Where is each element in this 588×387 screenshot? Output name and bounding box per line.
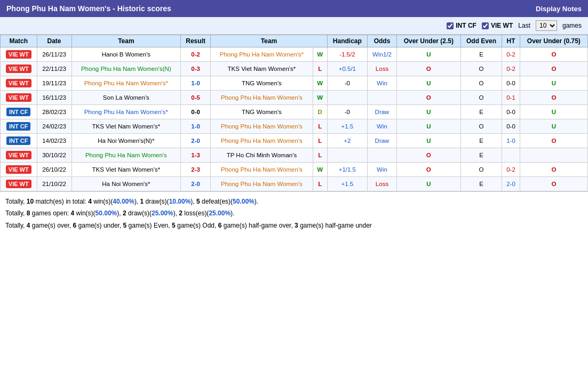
int-cf-checkbox[interactable] xyxy=(447,22,454,29)
cell-over-under-075: O xyxy=(520,62,587,76)
vie-wt-filter[interactable]: VIE WT xyxy=(482,22,513,29)
col-over-under-25: Over Under (2.5) xyxy=(396,35,460,47)
cell-over-under-25: U xyxy=(396,105,460,119)
match-badge: INT CF xyxy=(6,122,30,131)
scores-table: Match Date Team Result Team Handicap Odd… xyxy=(0,35,588,191)
cell-match-badge: VIE WT xyxy=(1,47,37,62)
cell-result: 2-3 xyxy=(181,163,211,177)
cell-date: 22/11/23 xyxy=(37,62,71,76)
cell-ht: 0-0 xyxy=(502,105,520,119)
cell-over-under-075 xyxy=(520,148,587,163)
cell-odd-even: O xyxy=(460,119,502,134)
cell-match-badge: VIE WT xyxy=(1,148,37,163)
cell-over-under-25: U xyxy=(396,76,460,91)
cell-team-right: Phong Phu Ha Nam Women's xyxy=(211,91,313,105)
col-match: Match xyxy=(1,35,37,47)
cell-ht: 0-1 xyxy=(502,91,520,105)
cell-ht: 0-2 xyxy=(502,62,520,76)
summary-line2: Totally, 8 games open: 4 win(s)(50.00%),… xyxy=(5,208,583,219)
cell-team-right: TKS Viet Nam Women's* xyxy=(211,62,313,76)
cell-wl: L xyxy=(313,134,327,148)
cell-team-right: TNG Women's xyxy=(211,76,313,91)
cell-over-under-25: U xyxy=(396,134,460,148)
cell-over-under-075: U xyxy=(520,76,587,91)
games-select[interactable]: 5 10 20 All xyxy=(536,20,557,31)
table-row: VIE WT 26/11/23 Hanoi B Women's 0-2 Phon… xyxy=(1,47,588,62)
cell-match-badge: INT CF xyxy=(1,119,37,134)
page-title: Phong Phu Ha Nam Women's - Historic scor… xyxy=(6,4,171,13)
cell-result: 0-2 xyxy=(181,47,211,62)
cell-team-right: Phong Phu Ha Nam Women's* xyxy=(211,47,313,62)
cell-match-badge: VIE WT xyxy=(1,177,37,191)
cell-team-left: Ha Noi Women's(N)* xyxy=(71,134,181,148)
cell-handicap: -1.5/2 xyxy=(327,47,367,62)
cell-team-right: TNG Women's xyxy=(211,105,313,119)
cell-result: 2-0 xyxy=(181,177,211,191)
vie-wt-checkbox[interactable] xyxy=(482,22,489,29)
cell-result: 0-5 xyxy=(181,91,211,105)
cell-odds: Loss xyxy=(368,177,397,191)
cell-odds: Win1/2 xyxy=(368,47,397,62)
cell-match-badge: INT CF xyxy=(1,134,37,148)
cell-odd-even: E xyxy=(460,148,502,163)
cell-team-right: Phong Phu Ha Nam Women's xyxy=(211,134,313,148)
cell-wl: L xyxy=(313,62,327,76)
table-row: VIE WT 19/11/23 Phong Phu Ha Nam Women's… xyxy=(1,76,588,91)
cell-date: 28/02/23 xyxy=(37,105,71,119)
cell-wl: W xyxy=(313,163,327,177)
vie-wt-label: VIE WT xyxy=(491,22,513,29)
cell-date: 19/11/23 xyxy=(37,76,71,91)
cell-over-under-075: O xyxy=(520,91,587,105)
table-row: INT CF 28/02/23 Phong Phu Ha Nam Women's… xyxy=(1,105,588,119)
cell-team-left: Phong Phu Ha Nam Women's* xyxy=(71,105,181,119)
cell-result: 1-3 xyxy=(181,148,211,163)
table-row: VIE WT 16/11/23 Son La Women's 0-5 Phong… xyxy=(1,91,588,105)
cell-result: 2-0 xyxy=(181,134,211,148)
cell-over-under-075: O xyxy=(520,177,587,191)
cell-over-under-075: O xyxy=(520,163,587,177)
cell-team-right: Phong Phu Ha Nam Women's xyxy=(211,177,313,191)
cell-odd-even: O xyxy=(460,91,502,105)
cell-over-under-075: O xyxy=(520,47,587,62)
cell-wl: W xyxy=(313,47,327,62)
cell-match-badge: VIE WT xyxy=(1,163,37,177)
cell-wl: D xyxy=(313,105,327,119)
col-over-under-075: Over Under (0.75) xyxy=(520,35,587,47)
col-date: Date xyxy=(37,35,71,47)
cell-result: 0-0 xyxy=(181,105,211,119)
col-result: Result xyxy=(181,35,211,47)
match-badge: VIE WT xyxy=(6,180,31,188)
games-label: games xyxy=(562,22,582,29)
col-handicap: Handicap xyxy=(327,35,367,47)
summary-line1: Totally, 10 match(es) in total: 4 win(s)… xyxy=(5,196,583,207)
cell-handicap: +1.5 xyxy=(327,119,367,134)
table-row: INT CF 24/02/23 TKS Viet Nam Women's* 1-… xyxy=(1,119,588,134)
cell-team-right: Phong Phu Ha Nam Women's xyxy=(211,163,313,177)
cell-over-under-25: O xyxy=(396,62,460,76)
cell-over-under-25: O xyxy=(396,148,460,163)
int-cf-filter[interactable]: INT CF xyxy=(447,22,476,29)
match-badge: INT CF xyxy=(6,108,30,116)
cell-team-left: TKS Viet Nam Women's* xyxy=(71,119,181,134)
cell-odds: Win xyxy=(368,163,397,177)
cell-handicap xyxy=(327,91,367,105)
cell-date: 26/10/22 xyxy=(37,163,71,177)
cell-handicap: -0 xyxy=(327,105,367,119)
cell-ht: 0-0 xyxy=(502,119,520,134)
cell-team-left: Ha Noi Women's* xyxy=(71,177,181,191)
cell-handicap: +2 xyxy=(327,134,367,148)
header-right: ✔ Display Notes xyxy=(526,4,582,13)
checkmark-icon: ✔ xyxy=(526,4,533,13)
cell-over-under-25: U xyxy=(396,119,460,134)
cell-handicap: +1/1.5 xyxy=(327,163,367,177)
cell-odds xyxy=(368,148,397,163)
cell-wl: L xyxy=(313,148,327,163)
cell-date: 30/10/22 xyxy=(37,148,71,163)
cell-handicap: +0.5/1 xyxy=(327,62,367,76)
cell-result: 1-0 xyxy=(181,119,211,134)
table-row: VIE WT 21/10/22 Ha Noi Women's* 2-0 Phon… xyxy=(1,177,588,191)
cell-team-left: Hanoi B Women's xyxy=(71,47,181,62)
cell-handicap: +1.5 xyxy=(327,177,367,191)
table-row: VIE WT 22/11/23 Phong Phu Ha Nam Women's… xyxy=(1,62,588,76)
cell-ht xyxy=(502,148,520,163)
